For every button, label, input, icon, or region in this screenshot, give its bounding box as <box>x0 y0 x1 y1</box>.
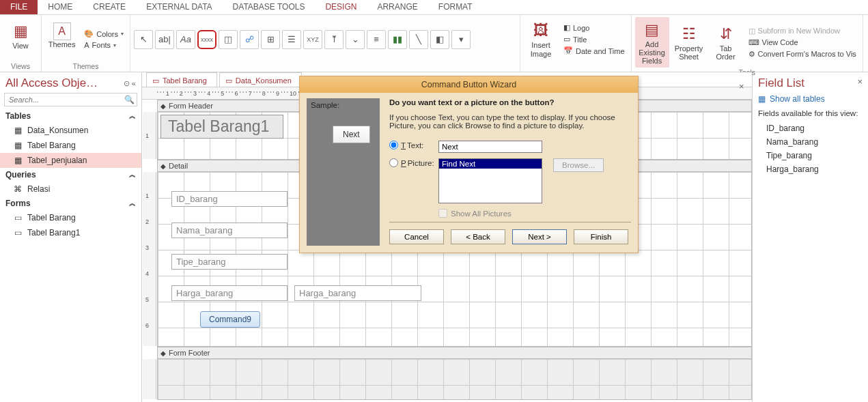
add-existing-fields-button[interactable]: ▤ Add Existing Fields <box>635 17 669 68</box>
view-code-button[interactable]: ⌨View Code <box>746 38 859 48</box>
ctl-line[interactable]: ╲ <box>409 30 428 49</box>
subform-new-window-button[interactable]: ◫Subform in New Window <box>746 26 859 36</box>
show-all-tables-link[interactable]: ▦Show all tables <box>758 94 863 104</box>
option-picture[interactable]: PPicture: <box>389 158 433 167</box>
navigation-pane: All Access Obje… ⊙ « 🔍 Tables︽ ▦Data_Kon… <box>0 72 142 402</box>
label-id-barang[interactable]: ID_barang <box>171 191 288 207</box>
colors-button[interactable]: 🎨Colors▾ <box>81 29 126 39</box>
field-id-barang[interactable]: ID_barang <box>758 121 863 135</box>
ctl-hyperlink[interactable]: ☍ <box>240 30 259 49</box>
field-nama-barang[interactable]: Nama_barang <box>758 135 863 149</box>
textbox-harga-barang[interactable]: Harga_barang <box>294 285 421 301</box>
convert-macros-button[interactable]: ⚙Convert Form's Macros to Vis <box>746 49 859 59</box>
tab-home[interactable]: HOME <box>38 0 83 14</box>
nav-cat-forms[interactable]: Forms︽ <box>0 197 141 210</box>
picture-item-find-next[interactable]: Find Next <box>439 159 542 169</box>
cancel-button[interactable]: Cancel <box>389 229 444 244</box>
sample-preview: Sample: Next <box>307 98 380 246</box>
nav-cat-queries[interactable]: Queries︽ <box>0 168 141 182</box>
tab-file[interactable]: FILE <box>0 0 38 14</box>
datetime-label: Date and Time <box>576 47 625 55</box>
ctl-optiongroup[interactable]: XYZ <box>303 30 322 49</box>
nav-table-data-konsumen[interactable]: ▦Data_Konsumen <box>0 123 141 138</box>
doctab-data-konsumen[interactable]: ▭Data_Konsumen <box>219 72 302 87</box>
ctl-button[interactable]: xxxx <box>197 30 216 49</box>
section-form-footer[interactable]: ◆Form Footer <box>157 347 752 359</box>
tab-order-label: Tab Order <box>716 44 735 61</box>
ctl-pointer[interactable]: ↖ <box>134 30 153 49</box>
section-handle-icon: ◆ <box>160 102 166 110</box>
nav-collapse-icon[interactable]: ⊙ « <box>124 79 136 88</box>
nav-table-tabel-penjualan[interactable]: ▦Tabel_penjualan <box>0 153 141 168</box>
tab-external-data[interactable]: EXTERNAL DATA <box>136 0 222 14</box>
tab-order-button[interactable]: ⇵ Tab Order <box>709 21 743 63</box>
table-icon: ▦ <box>12 141 23 150</box>
tab-arrange[interactable]: ARRANGE <box>367 0 428 14</box>
search-icon[interactable]: 🔍 <box>124 95 135 104</box>
option-text[interactable]: TText: <box>389 141 433 149</box>
ctl-more[interactable]: ▾ <box>451 30 471 49</box>
nav-label: Tabel Barang1 <box>27 228 80 238</box>
dialog-titlebar[interactable]: Command Button Wizard <box>300 76 638 93</box>
ctl-textbox[interactable]: ab| <box>155 30 174 49</box>
form-icon: ▭ <box>225 76 232 85</box>
tab-database-tools[interactable]: DATABASE TOOLS <box>223 0 316 14</box>
radio-picture[interactable] <box>389 158 398 167</box>
tab-create[interactable]: CREATE <box>83 0 136 14</box>
title-label: Title <box>573 35 587 44</box>
dialog-close-x[interactable]: × <box>739 81 744 91</box>
vertical-ruler: 1 <box>143 112 156 159</box>
picture-list[interactable]: Find Next <box>438 158 542 203</box>
label-tipe-barang[interactable]: Tipe_barang <box>171 254 288 270</box>
view-button[interactable]: ▦ View <box>3 18 38 61</box>
form-title-label[interactable]: Tabel Barang1 <box>160 115 283 139</box>
ctl-webbrowser[interactable]: ⊞ <box>261 30 280 49</box>
nav-label: Tabel_penjualan <box>27 156 87 165</box>
table-icon: ▦ <box>758 94 766 104</box>
query-icon: ⌘ <box>12 184 23 194</box>
label-harga-barang[interactable]: Harga_barang <box>171 285 288 301</box>
datetime-button[interactable]: 📅Date and Time <box>561 46 628 56</box>
text-input[interactable] <box>438 141 542 153</box>
ctl-combobox[interactable]: ⌄ <box>346 30 365 49</box>
ctl-navigation[interactable]: ☰ <box>282 30 301 49</box>
browse-button: Browse... <box>553 158 604 172</box>
vertical-ruler <box>143 359 156 399</box>
ctl-pagebreak[interactable]: ⤒ <box>324 30 344 49</box>
ctl-toggle[interactable]: ◧ <box>430 30 449 49</box>
logo-button[interactable]: ◧Logo <box>561 23 628 33</box>
table-icon: ▦ <box>12 126 23 135</box>
nav-query-relasi[interactable]: ⌘Relasi <box>0 182 141 197</box>
nav-table-tabel-barang[interactable]: ▦Tabel Barang <box>0 138 141 153</box>
field-tipe-barang[interactable]: Tipe_barang <box>758 149 863 162</box>
ctl-tab[interactable]: ◫ <box>219 30 238 49</box>
tab-format[interactable]: FORMAT <box>428 0 483 14</box>
nav-form-tabel-barang[interactable]: ▭Tabel Barang <box>0 210 141 225</box>
image-icon: 🖼 <box>531 20 551 41</box>
ctl-listbox[interactable]: ≡ <box>367 30 386 49</box>
finish-button[interactable]: Finish <box>574 229 628 244</box>
radio-text[interactable] <box>389 141 398 149</box>
section-handle-icon: ◆ <box>160 162 166 170</box>
search-input[interactable] <box>4 93 137 106</box>
nav-label: Tabel Barang <box>27 213 76 222</box>
label-nama-barang[interactable]: Nama_barang <box>171 222 288 238</box>
opt-pic-label: Picture: <box>408 159 434 167</box>
doctab-tabel-barang[interactable]: ▭Tabel Barang <box>146 72 217 87</box>
nav-form-tabel-barang1[interactable]: ▭Tabel Barang1 <box>0 225 141 240</box>
show-all-pictures-check[interactable]: Show All Pictures <box>438 209 631 218</box>
field-harga-barang[interactable]: Harga_barang <box>758 162 863 176</box>
next-button[interactable]: Next > <box>512 229 567 244</box>
nav-cat-tables[interactable]: Tables︽ <box>0 109 141 123</box>
property-sheet-button[interactable]: ☷ Property Sheet <box>672 21 706 63</box>
tab-design[interactable]: DESIGN <box>315 0 367 14</box>
themes-button[interactable]: A Themes <box>45 20 79 59</box>
ctl-label[interactable]: Aa <box>176 30 195 49</box>
ctl-chart[interactable]: ▮▮ <box>388 30 407 49</box>
doctab-label: Data_Konsumen <box>236 76 292 85</box>
insert-image-button[interactable]: 🖼 Insert Image <box>524 18 558 60</box>
fonts-button[interactable]: AFonts▾ <box>81 40 126 50</box>
back-button[interactable]: < Back <box>451 229 505 244</box>
title-button[interactable]: ▭Title <box>561 34 628 44</box>
command9-button[interactable]: Command9 <box>200 311 260 328</box>
